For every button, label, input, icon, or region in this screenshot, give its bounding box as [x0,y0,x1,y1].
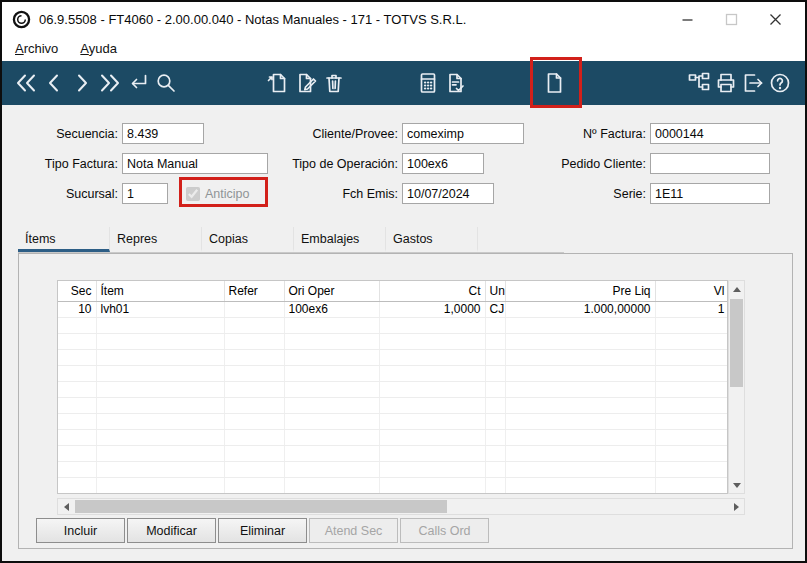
column-header-un[interactable]: Un [485,281,505,301]
exit-icon[interactable] [739,65,766,101]
num-factura-input[interactable] [650,123,770,144]
tab-copias[interactable]: Copias [202,227,294,252]
tab-repres[interactable]: Repres [110,227,202,252]
table-row[interactable]: 10lvh01100ex61,0000CJ1.000,000001 [58,301,728,317]
incluir-button[interactable]: Incluir [36,518,125,543]
table-row-empty[interactable] [58,333,728,349]
table-cell [96,333,224,349]
column-header-refer[interactable]: Refer [224,281,284,301]
delete-icon[interactable] [320,65,348,101]
horizontal-scroll-thumb[interactable] [75,500,447,513]
fch-emis-input[interactable] [402,183,494,204]
table-row-empty[interactable] [58,413,728,429]
title-bar: 06.9.5508 - FT4060 - 2.00.00.040 - Notas… [2,2,805,36]
tipo-factura-input[interactable] [122,153,268,174]
column-header--tem[interactable]: Ítem [96,281,224,301]
scroll-up-icon[interactable] [729,281,744,297]
table-cell [505,333,655,349]
table-row-empty[interactable] [58,365,728,381]
next-icon[interactable] [68,65,96,101]
minimize-icon[interactable] [665,5,709,33]
table-cell [655,445,728,461]
table-cell [655,397,728,413]
table-cell [379,413,485,429]
tab-embalajes[interactable]: Embalajes [294,227,386,252]
table-cell [485,429,505,445]
vertical-scroll-thumb[interactable] [730,299,743,387]
table-cell [58,381,96,397]
table-row-empty[interactable] [58,317,728,333]
table-cell [284,381,379,397]
fch-emis-label: Fch Emis: [302,187,402,201]
table-row-empty[interactable] [58,445,728,461]
table-cell [485,317,505,333]
table-cell [96,477,224,493]
column-header-vl[interactable]: Vl [655,281,728,301]
table-cell [379,397,485,413]
document-check-icon[interactable] [442,65,470,101]
scroll-left-icon[interactable] [58,499,74,514]
menu-ayuda[interactable]: Ayuda [80,41,117,56]
table-cell [224,301,284,317]
table-cell [379,381,485,397]
blank-document-icon[interactable] [540,65,568,101]
serie-input[interactable] [650,183,770,204]
table-cell [58,445,96,461]
scroll-right-icon[interactable] [728,499,744,514]
horizontal-scrollbar[interactable] [57,498,745,515]
table-row-empty[interactable] [58,429,728,445]
previous-icon[interactable] [40,65,68,101]
column-header-pre-liq[interactable]: Pre Liq [505,281,655,301]
calculator-icon[interactable] [414,65,442,101]
table-row-empty[interactable] [58,397,728,413]
tab-gastos[interactable]: Gastos [386,227,478,252]
tipo-operacion-input[interactable] [402,153,484,174]
column-header-ori-oper[interactable]: Ori Oper [284,281,379,301]
table-cell [485,365,505,381]
menu-archivo[interactable]: Archivo [15,41,58,56]
first-record-icon[interactable] [12,65,40,101]
search-icon[interactable] [152,65,180,101]
sucursal-field: Sucursal: [10,183,168,204]
secuencia-input[interactable] [122,123,204,144]
table-cell [58,365,96,381]
anticipo-field: Anticipo [186,183,249,204]
anticipo-label: Anticipo [205,187,249,201]
app-window: 06.9.5508 - FT4060 - 2.00.00.040 - Notas… [0,0,807,563]
table-row-empty[interactable] [58,381,728,397]
column-header-ct[interactable]: Ct [379,281,485,301]
eliminar-button[interactable]: Eliminar [218,518,307,543]
enter-icon[interactable] [124,65,152,101]
tipo-operacion-label: Tipo de Operación: [272,157,402,171]
pedido-cliente-input[interactable] [650,153,770,174]
table-cell: lvh01 [96,301,224,317]
atend-sec-button: Atend Sec [309,518,398,543]
num-factura-label: Nº Factura: [552,127,650,141]
table-row-empty[interactable] [58,349,728,365]
items-grid: SecÍtemReferOri OperCtUnPre LiqVl 10lvh0… [57,280,745,494]
items-table: SecÍtemReferOri OperCtUnPre LiqVl 10lvh0… [58,281,728,494]
tree-icon[interactable] [685,65,712,101]
table-cell [58,461,96,477]
cliente-provee-input[interactable] [402,123,524,144]
column-header-sec[interactable]: Sec [58,281,96,301]
table-cell [485,349,505,365]
modificar-button[interactable]: Modificar [127,518,216,543]
last-icon[interactable] [96,65,124,101]
close-icon[interactable] [753,5,797,33]
table-row-empty[interactable] [58,477,728,493]
help-icon[interactable] [766,65,793,101]
table-cell [655,461,728,477]
edit-document-icon[interactable] [292,65,320,101]
table-cell [284,461,379,477]
tipo-operacion-field: Tipo de Operación: [272,153,484,174]
table-row-empty[interactable] [58,461,728,477]
sucursal-input[interactable] [122,183,168,204]
vertical-scrollbar[interactable] [728,280,745,494]
scroll-down-icon[interactable] [729,477,744,493]
items-table-body: 10lvh01100ex61,0000CJ1.000,000001 [58,301,728,493]
table-cell [379,445,485,461]
print-icon[interactable] [712,65,739,101]
new-document-icon[interactable] [264,65,292,101]
tab-items[interactable]: Ítems [18,227,110,252]
